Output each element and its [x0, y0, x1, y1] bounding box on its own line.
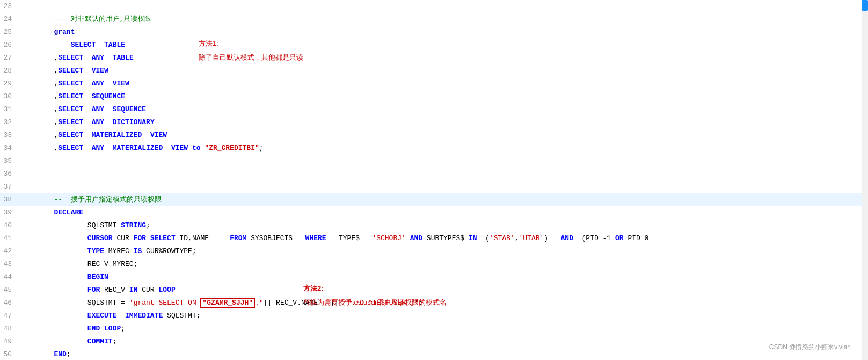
line-35: 35 — [0, 155, 862, 168]
line-49: 49 COMMIT; — [0, 335, 862, 348]
scrollbar[interactable] — [862, 0, 868, 360]
line-24: 24 -- 对非默认的用户,只读权限 — [0, 13, 862, 26]
line-48: 48 END LOOP; — [0, 322, 862, 335]
line-27: 27 ,SELECT ANY TABLE — [0, 52, 862, 64]
editor-container: 23 24 -- 对非默认的用户,只读权限 25 grant 26 SELECT… — [0, 0, 868, 360]
line-50: 50 END; — [0, 348, 862, 360]
line-34: 34 ,SELECT ANY MATERIALIZED VIEW to "ZR_… — [0, 142, 862, 155]
watermark: CSDN @愤怒的小虾米vivian — [769, 343, 851, 352]
scrollbar-thumb[interactable] — [862, 0, 868, 11]
line-29: 29 ,SELECT ANY VIEW — [0, 77, 862, 90]
line-38: 38 -- 授予用户指定模式的只读权限 — [0, 193, 862, 206]
line-43: 43 REC_V MYREC; — [0, 258, 862, 271]
line-47: 47 EXECUTE IMMEDIATE SQLSTMT; — [0, 309, 862, 322]
code-area: 23 24 -- 对非默认的用户,只读权限 25 grant 26 SELECT… — [0, 0, 862, 360]
line-36: 36 — [0, 168, 862, 181]
line-25: 25 grant — [0, 26, 862, 39]
